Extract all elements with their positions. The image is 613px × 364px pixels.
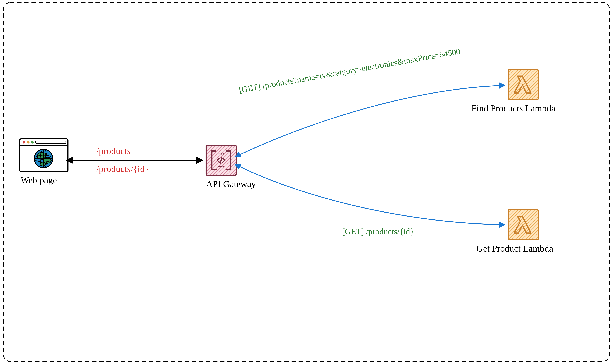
api-gateway-node: API Gateway bbox=[206, 145, 256, 189]
diagram-frame bbox=[3, 2, 610, 362]
get-lambda-node: Get Product Lambda bbox=[476, 209, 553, 253]
find-lambda-node: Find Products Lambda bbox=[471, 69, 555, 113]
svg-point-14 bbox=[221, 153, 222, 155]
lambda-icon bbox=[508, 209, 538, 240]
svg-point-13 bbox=[218, 153, 220, 155]
svg-point-18 bbox=[223, 166, 224, 167]
edge-gateway-find-label: [GET] /products?name=tv&catgory=electron… bbox=[238, 47, 461, 95]
edge-gateway-get bbox=[240, 167, 505, 225]
svg-point-15 bbox=[223, 153, 224, 155]
svg-point-16 bbox=[218, 166, 220, 167]
find-lambda-label: Find Products Lambda bbox=[471, 103, 555, 113]
api-gateway-label: API Gateway bbox=[206, 179, 256, 189]
lambda-icon bbox=[508, 69, 538, 100]
svg-point-3 bbox=[23, 141, 25, 144]
edge-webpage-gateway-label-bottom: /products/{id} bbox=[96, 164, 149, 174]
webpage-node: Web page bbox=[20, 139, 68, 185]
edge-gateway-get-label: [GET] /products/{id} bbox=[342, 227, 414, 236]
webpage-label: Web page bbox=[21, 175, 57, 185]
edge-webpage-gateway-label-top: /products bbox=[96, 146, 131, 156]
get-lambda-label: Get Product Lambda bbox=[476, 243, 553, 253]
svg-point-4 bbox=[27, 141, 29, 144]
svg-point-5 bbox=[31, 141, 34, 144]
edge-gateway-find bbox=[240, 85, 505, 155]
svg-point-17 bbox=[221, 166, 222, 167]
svg-rect-6 bbox=[36, 141, 66, 144]
globe-icon bbox=[34, 149, 53, 168]
